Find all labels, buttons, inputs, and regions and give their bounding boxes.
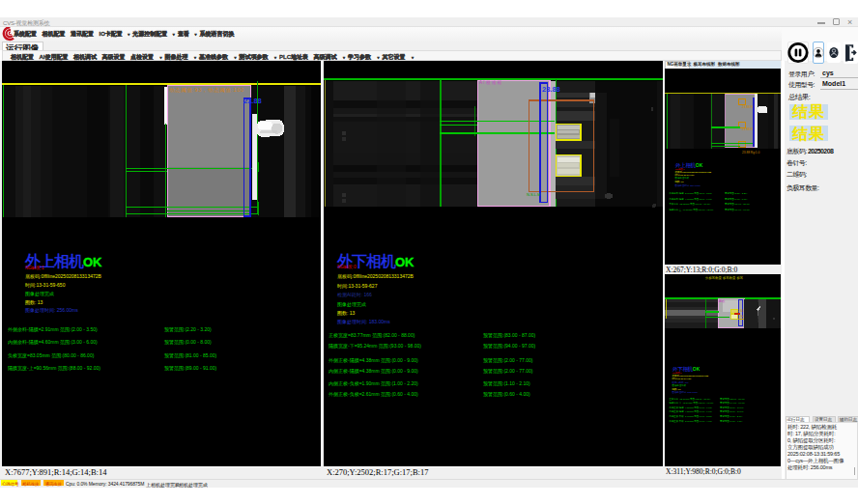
svg-text:23.88 Rg:1.0: 23.88 Rg:1.0	[742, 151, 759, 154]
svg-text:AI校准框: AI校准框	[479, 80, 502, 85]
svg-text:负极耳数量 极耳数量 极耳: 负极耳数量 极耳数量 极耳	[705, 275, 744, 280]
svg-text:N.S.L.M: N.S.L.M	[527, 192, 540, 197]
svg-text:动态阈值:93，动态阈值:100: 动态阈值:93，动态阈值:100	[169, 87, 243, 94]
svg-text:23.88: 23.88	[542, 85, 560, 94]
svg-text:AI校: AI校	[719, 299, 726, 303]
svg-text:23.88: 23.88	[243, 97, 262, 105]
